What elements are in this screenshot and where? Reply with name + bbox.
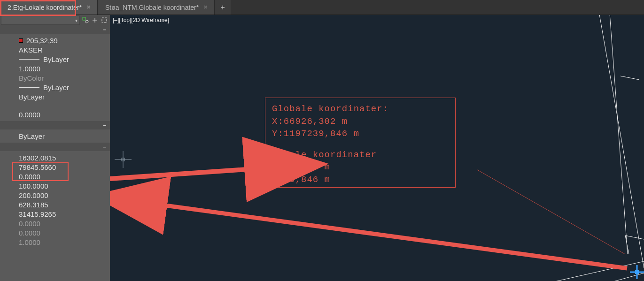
coordinate-annotation: Globale koordinater: X:66926,302 m Y:119…: [265, 98, 456, 188]
prop-lineweight[interactable]: ByLayer: [19, 83, 110, 92]
prop-value: ByLayer: [43, 84, 69, 91]
prop-ltscale[interactable]: 1.0000: [19, 64, 110, 73]
tab-bar: 2.Etg-Lokale koordinater* ✕ Støa_NTM.Glo…: [0, 0, 644, 15]
annotation-line: Y:79,846 m: [272, 174, 449, 186]
svg-line-10: [625, 235, 644, 239]
svg-line-6: [609, 15, 628, 254]
annotation-line: X:16,302 m: [272, 161, 449, 174]
prop-plotstyle[interactable]: ByColor: [19, 73, 110, 83]
prop-value: 628.3185: [19, 201, 48, 209]
svg-line-11: [625, 235, 629, 254]
prop-value: 200.0000: [19, 191, 48, 199]
tab-active[interactable]: 2.Etg-Lokale koordinater* ✕: [0, 0, 98, 15]
line-sample-icon: [19, 59, 39, 60]
prop-transparency[interactable]: ByLayer: [19, 92, 110, 101]
prop-value: 0.0000: [19, 173, 40, 181]
origin-marker-icon: [630, 265, 644, 279]
svg-rect-0: [83, 17, 85, 20]
svg-point-1: [85, 20, 88, 23]
prop-value: 31415.9265: [19, 210, 56, 218]
tab-label: 2.Etg-Lokale koordinater*: [8, 4, 82, 11]
svg-line-15: [159, 205, 627, 268]
prop-end-y[interactable]: 200.0000: [19, 190, 110, 200]
svg-rect-2: [102, 18, 107, 23]
prop-value: ByLayer: [43, 55, 69, 63]
prop-value: AKSER: [19, 46, 43, 54]
prop-thickness[interactable]: 0.0000: [19, 110, 110, 119]
annotation-line: Y:1197239,846 m: [272, 128, 449, 140]
quick-select-icon[interactable]: [82, 16, 89, 24]
properties-panel: ▾ – 205,32,39 AKSER ByLayer 1.0000 B: [0, 15, 110, 281]
prop-end-x[interactable]: 100.0000: [19, 181, 110, 190]
pick-add-icon[interactable]: [91, 16, 99, 24]
prop-value: 205,32,39: [26, 37, 58, 45]
select-objects-icon[interactable]: [101, 16, 108, 24]
section-toggle[interactable]: –: [0, 121, 110, 129]
svg-line-8: [489, 261, 644, 281]
annotation-heading: Lokale koordinater: [272, 149, 449, 161]
color-swatch-icon: [19, 38, 23, 43]
prop-length[interactable]: 1.0000: [19, 237, 110, 247]
prop-value: 0.0000: [19, 111, 40, 119]
svg-line-7: [597, 15, 644, 268]
prop-value: ByColor: [19, 74, 44, 82]
leader-line: [477, 170, 625, 254]
drawing-canvas[interactable]: [–][Top][2D Wireframe] Globale koordinat…: [110, 15, 644, 281]
prop-value: 79845.5660: [19, 163, 56, 171]
annotation-line: X:66926,302 m: [272, 115, 449, 128]
prop-value: 0.0000: [19, 229, 40, 237]
prop-hyperlink[interactable]: [19, 101, 110, 110]
prop-material[interactable]: ByLayer: [19, 131, 110, 141]
prop-start-y[interactable]: 79845.5660: [19, 162, 110, 172]
drawing-geometry: [466, 15, 644, 281]
tab-inactive[interactable]: Støa_NTM.Globale koordinater* ✕: [98, 0, 215, 15]
prop-start-z[interactable]: 0.0000: [19, 172, 110, 181]
line-sample-icon: [19, 87, 39, 88]
prop-value: 0.0000: [19, 220, 40, 228]
prop-color[interactable]: 205,32,39: [19, 36, 110, 45]
annotation-heading: Globale koordinater:: [272, 103, 449, 115]
prop-value: 1.0000: [19, 238, 40, 246]
prop-start-x[interactable]: 16302.0815: [19, 153, 110, 162]
section-toggle[interactable]: –: [0, 25, 110, 34]
section-toggle[interactable]: –: [0, 143, 110, 151]
add-tab-button[interactable]: +: [215, 0, 231, 15]
prop-end-z[interactable]: 628.3185: [19, 200, 110, 209]
prop-value: 16302.0815: [19, 154, 56, 162]
svg-rect-18: [635, 270, 639, 274]
svg-line-14: [110, 169, 254, 179]
close-icon[interactable]: ✕: [203, 4, 208, 10]
svg-line-12: [621, 76, 639, 80]
selection-dropdown[interactable]: ▾: [1, 15, 80, 25]
prop-value: ByLayer: [19, 93, 45, 101]
viewport-label[interactable]: [–][Top][2D Wireframe]: [113, 17, 169, 23]
prop-delta-y[interactable]: 0.0000: [19, 219, 110, 228]
prop-delta-z[interactable]: 0.0000: [19, 228, 110, 237]
close-icon[interactable]: ✕: [86, 4, 91, 10]
prop-value: ByLayer: [19, 132, 45, 140]
ucs-icon: [115, 151, 132, 168]
tab-label: Støa_NTM.Globale koordinater*: [105, 4, 199, 11]
prop-value: 100.0000: [19, 182, 48, 190]
prop-value: 1.0000: [19, 65, 40, 73]
panel-toolbar: ▾: [0, 15, 110, 25]
prop-linetype[interactable]: ByLayer: [19, 54, 110, 64]
prop-delta-x[interactable]: 31415.9265: [19, 209, 110, 219]
prop-layer[interactable]: AKSER: [19, 45, 110, 54]
